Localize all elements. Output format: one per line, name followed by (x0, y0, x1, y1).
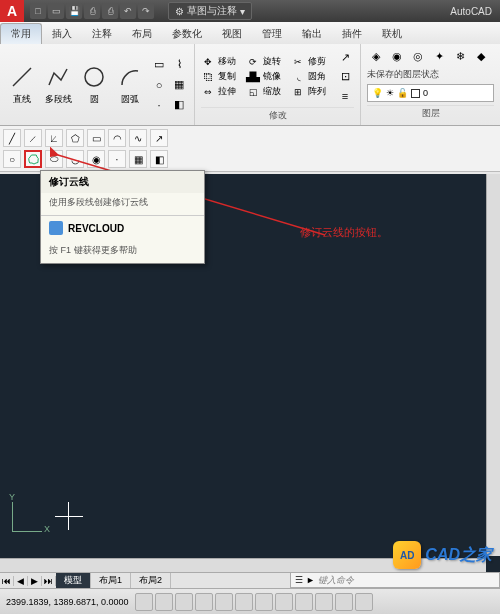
command-line[interactable]: ☰ ► 键入命令 (290, 572, 500, 588)
stretch-icon[interactable]: ⇔ (201, 85, 215, 99)
tool-ellipsearc-icon[interactable]: ◡ (66, 150, 84, 168)
modify-extra1-icon[interactable]: ↗ (336, 49, 354, 67)
vertical-scrollbar[interactable] (486, 174, 500, 556)
tool-polygon-icon[interactable]: ⬠ (66, 129, 84, 147)
array-icon[interactable]: ⊞ (291, 85, 305, 99)
tab-nav-last-icon[interactable]: ⏭ (42, 576, 56, 586)
tab-view[interactable]: 视图 (212, 24, 252, 44)
tab-online[interactable]: 联机 (372, 24, 412, 44)
status-ducs-icon[interactable] (275, 593, 293, 611)
workspace-label: 草图与注释 (187, 4, 237, 18)
status-osnap-icon[interactable] (215, 593, 233, 611)
tab-home[interactable]: 常用 (0, 23, 42, 44)
tab-nav-first-icon[interactable]: ⏮ (0, 576, 14, 586)
status-ortho-icon[interactable] (175, 593, 193, 611)
status-qp-icon[interactable] (355, 593, 373, 611)
ribbon: 直线 多段线 圆 圆弧 ▭ ⌇ ○ ▦ · ◧ ✥移动 ⿻复制 ⇔拉伸 ⟳旋转 … (0, 44, 500, 126)
tool-point-icon[interactable]: · (108, 150, 126, 168)
rotate-icon[interactable]: ⟳ (246, 55, 260, 69)
modify-panel-label[interactable]: 修改 (201, 107, 354, 123)
layer-dropdown[interactable]: 💡 ☀ 🔓 0 (367, 84, 494, 102)
ellipse-icon[interactable]: ○ (150, 76, 168, 94)
arc-button[interactable]: 圆弧 (114, 63, 146, 106)
mirror-icon[interactable]: ▟▙ (246, 70, 260, 84)
qat-redo-icon[interactable]: ↷ (138, 3, 154, 19)
tool-ellipse-icon[interactable]: ⬭ (45, 150, 63, 168)
tool-hatch-icon[interactable]: ▦ (129, 150, 147, 168)
tool-line-icon[interactable]: ╱ (3, 129, 21, 147)
layout2-tab[interactable]: 布局2 (131, 573, 171, 588)
qat-new-icon[interactable]: □ (30, 3, 46, 19)
line-button[interactable]: 直线 (6, 63, 38, 106)
layout1-tab[interactable]: 布局1 (91, 573, 131, 588)
circle-button[interactable]: 圆 (78, 63, 110, 106)
trim-icon[interactable]: ✂ (291, 55, 305, 69)
circle-icon (80, 63, 108, 91)
array-label: 阵列 (308, 85, 326, 98)
tool-spline-icon[interactable]: ∿ (129, 129, 147, 147)
layer-tool3-icon[interactable]: ◎ (409, 47, 427, 65)
workspace-dropdown[interactable]: ⚙ 草图与注释 ▾ (168, 2, 252, 20)
status-lwt-icon[interactable] (315, 593, 333, 611)
crosshair-icon (68, 502, 69, 530)
line-icon (8, 63, 36, 91)
point-icon[interactable]: · (150, 96, 168, 114)
tab-plugins[interactable]: 插件 (332, 24, 372, 44)
layer-panel-label[interactable]: 图层 (367, 105, 494, 121)
watermark: AD CAD之家 (393, 541, 492, 569)
qat-print-icon[interactable]: ⎙ (102, 3, 118, 19)
region-icon[interactable]: ◧ (170, 96, 188, 114)
tab-output[interactable]: 输出 (292, 24, 332, 44)
layer-tool1-icon[interactable]: ◈ (367, 47, 385, 65)
watermark-text: CAD之家 (425, 545, 492, 566)
layer-tool2-icon[interactable]: ◉ (388, 47, 406, 65)
tab-manage[interactable]: 管理 (252, 24, 292, 44)
rect-icon[interactable]: ▭ (150, 56, 168, 74)
copy-icon[interactable]: ⿻ (201, 70, 215, 84)
tool-region-icon[interactable]: ◧ (150, 150, 168, 168)
status-otrack-icon[interactable] (255, 593, 273, 611)
tab-annotate[interactable]: 注释 (82, 24, 122, 44)
qat-save-icon[interactable]: 💾 (66, 3, 82, 19)
app-logo[interactable]: A (0, 0, 24, 22)
tab-nav-prev-icon[interactable]: ◀ (14, 576, 28, 586)
spline-icon[interactable]: ⌇ (170, 56, 188, 74)
tool-xline-icon[interactable]: ⟋ (24, 129, 42, 147)
fillet-icon[interactable]: ◟ (291, 70, 305, 84)
qat-undo-icon[interactable]: ↶ (120, 3, 136, 19)
tab-layout[interactable]: 布局 (122, 24, 162, 44)
status-polar-icon[interactable] (195, 593, 213, 611)
tab-insert[interactable]: 插入 (42, 24, 82, 44)
tool-rect-icon[interactable]: ▭ (87, 129, 105, 147)
status-dyn-icon[interactable] (295, 593, 313, 611)
tool-circle-icon[interactable]: ○ (3, 150, 21, 168)
status-tpy-icon[interactable] (335, 593, 353, 611)
revcloud-button[interactable] (24, 150, 42, 168)
layer-panel: ◈ ◉ ◎ ✦ ❄ ◆ 未保存的图层状态 💡 ☀ 🔓 0 图层 (361, 44, 500, 125)
layer-tool6-icon[interactable]: ◆ (472, 47, 490, 65)
move-icon[interactable]: ✥ (201, 55, 215, 69)
scale-icon[interactable]: ◱ (246, 85, 260, 99)
cmd-toggle-icon[interactable]: ☰ (295, 575, 303, 585)
hatch-icon[interactable]: ▦ (170, 76, 188, 94)
status-grid-icon[interactable] (155, 593, 173, 611)
layer-tool5-icon[interactable]: ❄ (451, 47, 469, 65)
layer-tool4-icon[interactable]: ✦ (430, 47, 448, 65)
model-tab[interactable]: 模型 (56, 573, 91, 588)
status-3dosnap-icon[interactable] (235, 593, 253, 611)
status-snap-icon[interactable] (135, 593, 153, 611)
qat-open-icon[interactable]: ▭ (48, 3, 64, 19)
modify-extra3-icon[interactable]: ≡ (336, 87, 354, 105)
tool-donut-icon[interactable]: ◉ (87, 150, 105, 168)
tool-ray-icon[interactable]: ↗ (150, 129, 168, 147)
qat-saveas-icon[interactable]: ⎙ (84, 3, 100, 19)
modify-extra2-icon[interactable]: ⊡ (336, 68, 354, 86)
polyline-button[interactable]: 多段线 (42, 63, 74, 106)
layer-state-label[interactable]: 未保存的图层状态 (367, 68, 494, 81)
tab-parametric[interactable]: 参数化 (162, 24, 212, 44)
tab-nav-next-icon[interactable]: ▶ (28, 576, 42, 586)
tool-pline-icon[interactable]: ⟀ (45, 129, 63, 147)
tool-arc-icon[interactable]: ◠ (108, 129, 126, 147)
coordinates[interactable]: 2399.1839, 1389.6871, 0.0000 (6, 597, 129, 607)
scale-label: 缩放 (263, 85, 281, 98)
